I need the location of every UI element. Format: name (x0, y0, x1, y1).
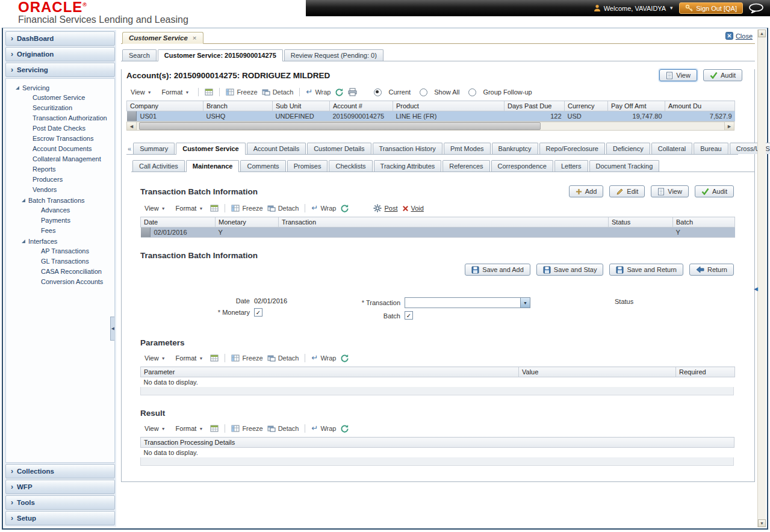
refresh-icon[interactable] (340, 354, 349, 363)
view-menu-button[interactable]: View▼ (141, 353, 169, 363)
scroll-right-icon[interactable]: ► (724, 122, 734, 130)
format-menu-button[interactable]: Format▼ (173, 424, 206, 433)
column-header-batch[interactable]: Batch (673, 217, 735, 227)
column-header-transaction[interactable]: Transaction (279, 217, 609, 227)
column-header-company[interactable]: Company (127, 101, 203, 111)
tab-comments[interactable]: Comments (240, 160, 285, 172)
tab-transaction-history[interactable]: Transaction History (373, 143, 442, 154)
vertical-scrollbar[interactable]: ▲ ▼ (757, 29, 766, 527)
tree-item-gl-transactions[interactable]: GL Transactions (6, 256, 114, 267)
tab-search[interactable]: Search (122, 49, 157, 61)
column-header-value[interactable]: Value (519, 367, 676, 377)
tree-item-conversion-accounts[interactable]: Conversion Accounts (6, 277, 114, 287)
tree-node-servicing[interactable]: Servicing (6, 82, 114, 93)
void-button[interactable]: Void (402, 205, 424, 212)
tab-bureau[interactable]: Bureau (694, 143, 728, 154)
tree-item-transaction-authorization[interactable]: Transaction Authorization (6, 113, 114, 123)
save-and-return-button[interactable]: Save and Return (609, 264, 683, 276)
chat-icon[interactable] (748, 3, 764, 13)
export-to-excel-icon[interactable] (210, 424, 219, 433)
account-grid-hscrollbar[interactable]: ◄ ► (126, 122, 734, 131)
column-header-product[interactable]: Product (393, 101, 505, 111)
add-button[interactable]: Add (569, 185, 604, 197)
tab-pmt-modes[interactable]: Pmt Modes (444, 143, 491, 154)
refresh-icon[interactable] (340, 424, 349, 433)
sidebar-section-origination[interactable]: ›Origination (5, 47, 115, 61)
tree-item-securitization[interactable]: Securitization (6, 103, 114, 113)
column-header-status[interactable]: Status (609, 217, 673, 227)
refresh-icon[interactable] (340, 204, 349, 213)
scroll-up-icon[interactable]: ▲ (758, 29, 766, 37)
sidebar-collapse-handle[interactable]: ◀ (110, 317, 115, 341)
radio-group-follow-up[interactable] (468, 88, 476, 96)
scroll-down-icon[interactable]: ▼ (758, 519, 766, 527)
expanded-node-icon[interactable] (22, 240, 25, 243)
sidebar-section-setup[interactable]: ›Setup (5, 511, 115, 525)
edit-button[interactable]: Edit (609, 185, 645, 197)
row-selector[interactable] (127, 111, 137, 121)
tree-item-payments[interactable]: Payments (6, 215, 114, 226)
freeze-button[interactable]: Freeze (231, 424, 262, 433)
tab-correspondence[interactable]: Correspondence (491, 160, 553, 172)
refresh-icon[interactable] (335, 88, 344, 97)
post-button[interactable]: Post (373, 204, 397, 212)
detach-button[interactable]: Detach (267, 354, 299, 362)
sidebar-section-wfp[interactable]: ›WFP (5, 480, 115, 494)
tree-item-collateral-management[interactable]: Collateral Management (6, 154, 114, 164)
column-header-currency[interactable]: Currency (565, 101, 608, 111)
tree-item-escrow-transactions[interactable]: Escrow Transactions (6, 134, 114, 144)
detach-button[interactable]: Detach (267, 424, 299, 433)
column-header-parameter[interactable]: Parameter (141, 367, 519, 377)
account-grid-row[interactable]: US01 USHQ UNDEFINED 20150900014275 LINE … (127, 111, 735, 122)
tab-document-tracking[interactable]: Document Tracking (589, 160, 660, 172)
save-and-stay-button[interactable]: Save and Stay (536, 264, 604, 276)
workspace-close-button[interactable]: Close (725, 32, 753, 40)
tree-item-reports[interactable]: Reports (6, 164, 114, 175)
account-view-button[interactable]: View (659, 69, 697, 81)
tab-bankruptcy[interactable]: Bankruptcy (492, 143, 538, 154)
tab-maintenance[interactable]: Maintenance (186, 160, 240, 172)
tree-item-advances[interactable]: Advances (6, 205, 114, 215)
batch-grid-row[interactable]: 02/01/2016 Y Y (141, 227, 735, 238)
column-header-sub-unit[interactable]: Sub Unit (273, 101, 330, 111)
column-header-pay-off-amt[interactable]: Pay Off Amt (608, 101, 665, 111)
batch-checkbox[interactable]: ✓ (405, 311, 413, 320)
sidebar-section-collections[interactable]: ›Collections (5, 464, 115, 478)
column-header-transaction-processing-details[interactable]: Transaction Processing Details (141, 438, 734, 448)
expanded-node-icon[interactable] (16, 86, 19, 90)
tree-item-producers[interactable]: Producers (6, 175, 114, 185)
tree-item-vendors[interactable]: Vendors (6, 185, 114, 195)
view-button[interactable]: View (651, 185, 689, 197)
tab-review-request[interactable]: Review Request (Pending: 0) (284, 49, 383, 61)
transaction-dropdown-button[interactable]: ▼ (520, 297, 530, 308)
tab-scroll-left-icon[interactable]: « (128, 145, 131, 152)
view-menu-button[interactable]: View▼ (141, 424, 169, 433)
tab-customer-details[interactable]: Customer Details (307, 143, 371, 154)
tab-repo-foreclosure[interactable]: Repo/Foreclosure (539, 143, 605, 154)
welcome-menu[interactable]: Welcome, VAVAIDYA ▼ (594, 4, 674, 12)
tab-promises[interactable]: Promises (287, 160, 328, 172)
row-selector[interactable] (141, 227, 151, 237)
tab-checklists[interactable]: Checklists (329, 160, 372, 172)
export-to-excel-icon[interactable] (210, 204, 219, 212)
sidebar-section-dashboard[interactable]: ›DashBoard (5, 31, 115, 46)
tab-customer-service[interactable]: Customer Service (176, 143, 246, 155)
tree-node-batch-transactions[interactable]: Batch Transactions (6, 195, 114, 205)
expanded-node-icon[interactable] (22, 199, 25, 202)
tab-account-details[interactable]: Account Details (247, 143, 306, 154)
tree-item-casa-reconciliation[interactable]: CASA Reconciliation (6, 267, 114, 277)
tab-summary[interactable]: Summary (133, 143, 175, 154)
wrap-button[interactable]: ↵Wrap (311, 205, 336, 212)
transaction-input[interactable] (405, 297, 520, 308)
radio-show-all[interactable] (420, 88, 427, 96)
account-audit-button[interactable]: Audit (703, 69, 742, 81)
audit-button[interactable]: Audit (695, 185, 734, 197)
tab-references[interactable]: References (442, 160, 489, 172)
column-header-monetary[interactable]: Monetary (216, 217, 279, 227)
wrap-button[interactable]: ↵Wrap (311, 354, 336, 362)
scroll-left-icon[interactable]: ◄ (127, 122, 137, 130)
tab-collateral[interactable]: Collateral (651, 143, 692, 154)
wrap-button[interactable]: ↵Wrap (306, 88, 331, 96)
panel-collapse-handle[interactable]: ◀ (754, 286, 758, 292)
wrap-button[interactable]: ↵Wrap (311, 425, 336, 432)
